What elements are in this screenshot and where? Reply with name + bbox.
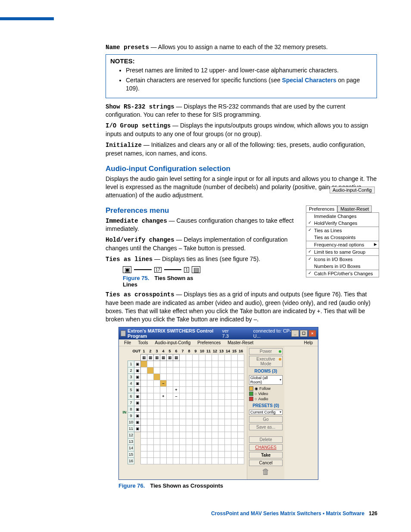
- crosspoint-cell[interactable]: [147, 457, 154, 464]
- crosspoint-cell[interactable]: [167, 373, 173, 380]
- crosspoint-cell[interactable]: [167, 380, 173, 386]
- crosspoint-cell[interactable]: [225, 367, 231, 373]
- crosspoint-cell[interactable]: [238, 393, 244, 399]
- crosspoint-cell[interactable]: [180, 373, 186, 380]
- crosspoint-cell[interactable]: [199, 425, 206, 432]
- crosspoint-cell[interactable]: [206, 393, 212, 399]
- crosspoint-cell[interactable]: [167, 451, 173, 457]
- crosspoint-cell[interactable]: [147, 406, 154, 412]
- crosspoint-cell[interactable]: [206, 445, 212, 451]
- crosspoint-cell[interactable]: [231, 367, 238, 373]
- crosspoint-cell[interactable]: [173, 445, 180, 451]
- crosspoint-cell[interactable]: [231, 412, 238, 419]
- crosspoint-cell[interactable]: [199, 432, 206, 438]
- crosspoint-cell[interactable]: [173, 393, 180, 399]
- go-button[interactable]: Go: [249, 416, 283, 423]
- crosspoint-cell[interactable]: [225, 393, 231, 399]
- crosspoint-cell[interactable]: [199, 399, 206, 406]
- crosspoint-cell[interactable]: [199, 380, 206, 386]
- crosspoint-cell[interactable]: [147, 419, 154, 425]
- crosspoint-cell[interactable]: [154, 367, 160, 373]
- crosspoint-cell[interactable]: [154, 457, 160, 464]
- crosspoint-cell[interactable]: [186, 399, 193, 406]
- crosspoint-cell[interactable]: [167, 406, 173, 412]
- crosspoint-cell[interactable]: [225, 406, 231, 412]
- crosspoint-cell[interactable]: [154, 361, 160, 367]
- crosspoint-cell[interactable]: [231, 361, 238, 367]
- crosspoint-cell[interactable]: [186, 445, 193, 451]
- crosspoint-cell[interactable]: [173, 399, 180, 406]
- crosspoint-cell[interactable]: [193, 432, 199, 438]
- crosspoint-cell[interactable]: [180, 438, 186, 445]
- crosspoint-cell[interactable]: [147, 438, 154, 445]
- crosspoint-cell[interactable]: [206, 399, 212, 406]
- menu-item[interactable]: File: [121, 340, 134, 345]
- crosspoint-cell[interactable]: [238, 380, 244, 386]
- crosspoint-cell[interactable]: [199, 361, 206, 367]
- crosspoint-cell[interactable]: [147, 451, 154, 457]
- crosspoint-cell[interactable]: [147, 412, 154, 419]
- crosspoint-cell[interactable]: [206, 425, 212, 432]
- cancel-button[interactable]: Cancel: [249, 460, 283, 466]
- crosspoint-cell[interactable]: [231, 457, 238, 464]
- crosspoint-cell[interactable]: [167, 419, 173, 425]
- crosspoint-cell[interactable]: [212, 432, 218, 438]
- executive-mode-button[interactable]: Executive Mode: [249, 356, 283, 367]
- crosspoint-cell[interactable]: [225, 399, 231, 406]
- crosspoint-cell[interactable]: [167, 399, 173, 406]
- crosspoint-cell[interactable]: [186, 373, 193, 380]
- pref-menu-item[interactable]: Ties as Lines: [306, 227, 379, 234]
- crosspoint-cell[interactable]: [212, 425, 218, 432]
- crosspoint-cell[interactable]: [147, 432, 154, 438]
- crosspoint-cell[interactable]: [212, 393, 218, 399]
- crosspoint-cell[interactable]: [186, 425, 193, 432]
- crosspoint-cell[interactable]: [218, 451, 225, 457]
- crosspoint-cell[interactable]: [218, 425, 225, 432]
- crosspoint-cell[interactable]: [218, 399, 225, 406]
- crosspoint-cell[interactable]: [141, 438, 147, 445]
- crosspoint-cell[interactable]: [186, 406, 193, 412]
- crosspoint-cell[interactable]: [160, 438, 167, 445]
- crosspoint-cell[interactable]: [225, 457, 231, 464]
- crosspoint-cell[interactable]: [160, 406, 167, 412]
- crosspoint-cell[interactable]: [225, 425, 231, 432]
- crosspoint-cell[interactable]: [193, 457, 199, 464]
- pref-menu-item[interactable]: Numbers in I/O Boxes: [306, 263, 379, 270]
- crosspoint-cell[interactable]: [193, 380, 199, 386]
- crosspoint-cell[interactable]: [147, 367, 154, 373]
- crosspoint-cell[interactable]: [160, 399, 167, 406]
- crosspoint-cell[interactable]: [173, 419, 180, 425]
- crosspoint-cell[interactable]: [218, 373, 225, 380]
- crosspoint-cell[interactable]: [154, 432, 160, 438]
- crosspoint-cell[interactable]: [238, 457, 244, 464]
- crosspoint-cell[interactable]: [231, 425, 238, 432]
- crosspoint-cell[interactable]: [167, 438, 173, 445]
- crosspoint-cell[interactable]: [173, 412, 180, 419]
- crosspoint-cell[interactable]: [206, 367, 212, 373]
- room-select[interactable]: Global (all Room): [249, 375, 283, 385]
- crosspoint-cell[interactable]: [218, 445, 225, 451]
- crosspoint-cell[interactable]: [180, 425, 186, 432]
- crosspoint-cell[interactable]: [212, 406, 218, 412]
- crosspoint-cell[interactable]: [173, 451, 180, 457]
- crosspoint-cell[interactable]: [186, 419, 193, 425]
- crosspoint-cell[interactable]: [141, 406, 147, 412]
- crosspoint-cell[interactable]: [199, 451, 206, 457]
- preset-select[interactable]: Current Config: [249, 410, 283, 415]
- pref-menu-item[interactable]: Icons in I/O Boxes: [306, 256, 379, 263]
- crosspoint-cell[interactable]: [199, 419, 206, 425]
- crosspoint-cell[interactable]: [218, 380, 225, 386]
- crosspoint-cell[interactable]: [147, 386, 154, 393]
- crosspoint-cell[interactable]: [231, 438, 238, 445]
- crosspoint-cell[interactable]: [231, 393, 238, 399]
- crosspoint-cell[interactable]: [199, 386, 206, 393]
- menu-item[interactable]: Tools: [134, 340, 151, 345]
- crosspoint-cell[interactable]: [199, 445, 206, 451]
- power-button[interactable]: Power: [249, 348, 283, 355]
- crosspoint-cell[interactable]: [206, 457, 212, 464]
- crosspoint-cell[interactable]: [154, 406, 160, 412]
- crosspoint-cell[interactable]: [212, 373, 218, 380]
- crosspoint-cell[interactable]: [154, 386, 160, 393]
- crosspoint-cell[interactable]: [160, 393, 167, 399]
- crosspoint-cell[interactable]: [173, 361, 180, 367]
